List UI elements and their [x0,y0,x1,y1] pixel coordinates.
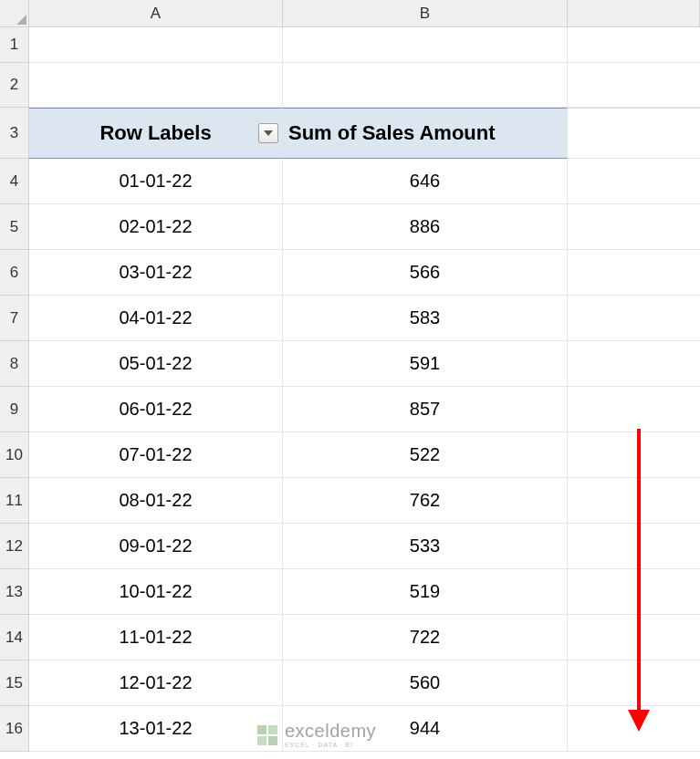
pivot-row-labels-header[interactable]: Row Labels [29,108,283,159]
column-headers: A B [29,0,700,27]
watermark-tagline: EXCEL · DATA · BI [285,742,376,748]
row-header-5[interactable]: 5 [0,204,29,250]
cell-date[interactable]: 07-01-22 [29,432,283,478]
select-all-triangle-icon [16,15,26,25]
column-header-a[interactable]: A [29,0,283,27]
grid-row-1 [29,27,700,63]
row-header-6[interactable]: 6 [0,250,29,296]
cell-value[interactable]: 560 [283,660,568,706]
cell-date[interactable]: 02-01-22 [29,204,283,250]
grid-row-15: 12-01-22 560 [29,660,700,706]
row-header-12[interactable]: 12 [0,524,29,569]
cell-value[interactable]: 519 [283,569,568,615]
select-all-corner[interactable] [0,0,29,27]
svg-rect-3 [268,736,277,745]
cell-date[interactable]: 08-01-22 [29,478,283,524]
grid-row-7: 04-01-22 583 [29,296,700,341]
row-header-7[interactable]: 7 [0,296,29,341]
filter-dropdown-button[interactable] [258,123,278,143]
grid-row-13: 10-01-22 519 [29,569,700,615]
cell-date[interactable]: 11-01-22 [29,615,283,660]
scroll-down-arrow-annotation [637,429,650,732]
cell-date[interactable]: 03-01-22 [29,250,283,296]
row-labels-text: Row Labels [99,121,211,145]
grid-row-8: 05-01-22 591 [29,341,700,387]
cell-date[interactable]: 01-01-22 [29,159,283,204]
cell-empty[interactable] [568,569,700,615]
svg-rect-1 [268,725,277,734]
grid-area: Row Labels Sum of Sales Amount 01-01-22 … [29,27,700,752]
row-header-13[interactable]: 13 [0,569,29,615]
grid-row-9: 06-01-22 857 [29,387,700,432]
cell-date[interactable]: 10-01-22 [29,569,283,615]
grid-row-12: 09-01-22 533 [29,524,700,569]
row-header-2[interactable]: 2 [0,63,29,108]
cell-value[interactable]: 646 [283,159,568,204]
grid-row-2 [29,63,700,108]
cell-c3[interactable] [568,108,700,159]
cell-empty[interactable] [568,478,700,524]
row-header-15[interactable]: 15 [0,660,29,706]
cell-value[interactable]: 533 [283,524,568,569]
watermark-logo-icon [256,723,279,747]
cell-empty[interactable] [568,296,700,341]
spreadsheet: A B 1 2 3 4 5 6 7 8 9 10 11 12 13 14 15 … [0,0,700,759]
cell-value[interactable]: 566 [283,250,568,296]
cell-value[interactable]: 886 [283,204,568,250]
row-header-3[interactable]: 3 [0,108,29,159]
cell-empty[interactable] [568,250,700,296]
cell-a1[interactable] [29,27,283,63]
cell-empty[interactable] [568,341,700,387]
cell-empty[interactable] [568,660,700,706]
cell-value[interactable]: 583 [283,296,568,341]
row-header-9[interactable]: 9 [0,387,29,432]
svg-rect-0 [257,725,266,734]
cell-empty[interactable] [568,432,700,478]
cell-value[interactable]: 722 [283,615,568,660]
watermark: exceldemy EXCEL · DATA · BI [256,722,376,748]
grid-row-5: 02-01-22 886 [29,204,700,250]
pivot-sum-header[interactable]: Sum of Sales Amount [283,108,568,159]
cell-date[interactable]: 13-01-22 [29,706,283,752]
cell-date[interactable]: 09-01-22 [29,524,283,569]
grid-row-11: 08-01-22 762 [29,478,700,524]
row-header-16[interactable]: 16 [0,706,29,752]
watermark-brand: exceldemy [285,722,376,740]
cell-value[interactable]: 591 [283,341,568,387]
column-header-b[interactable]: B [283,0,568,27]
cell-a2[interactable] [29,63,283,108]
arrow-line-icon [637,429,641,710]
cell-empty[interactable] [568,524,700,569]
row-header-1[interactable]: 1 [0,27,29,63]
row-header-11[interactable]: 11 [0,478,29,524]
watermark-text: exceldemy EXCEL · DATA · BI [285,722,376,748]
cell-value[interactable]: 522 [283,432,568,478]
svg-rect-2 [257,736,266,745]
grid-row-4: 01-01-22 646 [29,159,700,204]
cell-value[interactable]: 857 [283,387,568,432]
cell-date[interactable]: 06-01-22 [29,387,283,432]
cell-empty[interactable] [568,204,700,250]
cell-empty[interactable] [568,387,700,432]
cell-empty[interactable] [568,615,700,660]
cell-date[interactable]: 05-01-22 [29,341,283,387]
row-header-4[interactable]: 4 [0,159,29,204]
row-header-8[interactable]: 8 [0,341,29,387]
grid-row-10: 07-01-22 522 [29,432,700,478]
column-header-c[interactable] [568,0,700,27]
cell-value[interactable]: 762 [283,478,568,524]
cell-date[interactable]: 12-01-22 [29,660,283,706]
cell-b1[interactable] [283,27,568,63]
row-header-14[interactable]: 14 [0,615,29,660]
pivot-header-row: Row Labels Sum of Sales Amount [29,108,700,159]
grid-row-6: 03-01-22 566 [29,250,700,296]
grid-row-14: 11-01-22 722 [29,615,700,660]
arrow-head-icon [628,710,650,732]
cell-c1[interactable] [568,27,700,63]
row-headers: 1 2 3 4 5 6 7 8 9 10 11 12 13 14 15 16 [0,27,29,752]
row-header-10[interactable]: 10 [0,432,29,478]
cell-c2[interactable] [568,63,700,108]
cell-empty[interactable] [568,159,700,204]
cell-b2[interactable] [283,63,568,108]
cell-date[interactable]: 04-01-22 [29,296,283,341]
